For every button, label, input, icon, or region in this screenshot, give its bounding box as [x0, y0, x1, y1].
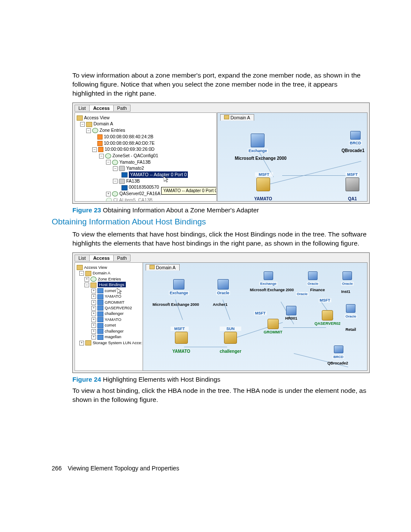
page-number: 266: [52, 465, 62, 472]
expand-icon[interactable]: –: [80, 122, 85, 127]
topo-node-brcd[interactable]: BRCD: [349, 131, 362, 145]
topology-tab-domain[interactable]: Domain A: [146, 264, 180, 271]
tree-partial: CLAI item5_CA13B: [113, 197, 153, 202]
topo-node-yamato[interactable]: MSFT YAMATO: [254, 177, 272, 201]
tab-path[interactable]: Path: [113, 255, 131, 261]
topo-node-exchange-left[interactable]: Exchange: [169, 279, 189, 295]
expand-icon[interactable]: –: [84, 283, 89, 287]
zone-icon: [112, 191, 118, 196]
tree-host-label: GROMMIT: [105, 300, 125, 305]
expand-icon[interactable]: +: [79, 341, 84, 345]
tree-wwn2[interactable]: 10:00:08:00:88:A0:D0:7E: [104, 140, 155, 146]
tab-access[interactable]: Access: [89, 105, 114, 112]
tab-access[interactable]: Access: [89, 255, 114, 261]
topo-node-oracle-left[interactable]: Oracle: [216, 279, 230, 295]
figure-24-screenshot: List Access Path Access View –Domain A +…: [72, 252, 370, 373]
tree-zoneset[interactable]: ZoneSet - QAConfig01: [112, 153, 158, 158]
tree-fa13b[interactable]: FA13B: [126, 178, 140, 184]
tree-panel[interactable]: Access View –Domain A +Zone Entries –Hos…: [75, 262, 143, 371]
expand-icon[interactable]: +: [91, 311, 96, 316]
expand-icon[interactable]: –: [92, 147, 97, 152]
tree-zone-entries[interactable]: Zone Entries: [100, 128, 125, 133]
topo-node-yamato[interactable]: MSFT YAMATO: [172, 332, 190, 354]
access-view-icon: [77, 265, 83, 270]
tree-storage-access[interactable]: Storage System LUN Acce:: [93, 340, 142, 345]
expand-icon[interactable]: +: [91, 329, 96, 334]
tree-zone-yamato[interactable]: Yamato_FA13B: [119, 159, 151, 165]
zone-icon: [106, 198, 112, 202]
tree-host-item[interactable]: +YAMATO: [77, 317, 141, 322]
expand-icon[interactable]: +: [91, 300, 96, 305]
topology-tab-domain[interactable]: Domain A: [220, 114, 254, 121]
tree-host-item[interactable]: +YAMATO: [77, 293, 141, 299]
topo-node-oracle-retail[interactable]: Oracle: [345, 304, 357, 318]
topo-node-exchange[interactable]: Exchange: [248, 134, 268, 153]
switch-icon: [175, 332, 188, 344]
tree-access-view: Access View: [84, 265, 107, 270]
tree-qaserver[interactable]: QAServer02_FA16A: [119, 191, 160, 196]
expand-icon[interactable]: –: [113, 179, 118, 184]
expand-icon[interactable]: –: [79, 271, 84, 276]
tree-host-label: challenger: [105, 329, 124, 333]
topo-node-brcd[interactable]: BRCD: [333, 345, 344, 359]
tree-selected-adapter[interactable]: YAMATO -- Adapter 0 Port 0: [129, 171, 188, 178]
tree-host-label: magellan: [105, 334, 121, 339]
tree-zone-entries[interactable]: Zone Entries: [98, 277, 121, 281]
tab-path[interactable]: Path: [113, 105, 131, 112]
tree-host-item[interactable]: +QASERVER02: [77, 305, 141, 311]
topo-node-oracle-mid[interactable]: Oracle: [307, 271, 319, 286]
topo-node-hr001[interactable]: HR001: [285, 306, 297, 320]
tree-host-item[interactable]: +challenger: [77, 311, 141, 316]
tree-domain[interactable]: Domain A: [93, 121, 113, 126]
page-footer: 266 Viewing Element Topology and Propert…: [52, 465, 179, 472]
tab-list[interactable]: List: [75, 105, 90, 112]
tree-domain[interactable]: Domain A: [93, 271, 110, 275]
topo-node-exchange-mid[interactable]: Exchange: [259, 271, 277, 286]
expand-icon[interactable]: +: [91, 317, 96, 322]
tree-panel[interactable]: Access View –Domain A –Zone Entries 10:0…: [75, 112, 217, 202]
expand-icon[interactable]: +: [91, 323, 96, 328]
expand-icon[interactable]: +: [91, 335, 96, 339]
tab-list[interactable]: List: [75, 255, 90, 261]
expand-icon[interactable]: +: [91, 294, 96, 299]
tree-host-item[interactable]: +challenger: [77, 328, 141, 334]
expand-icon[interactable]: +: [84, 277, 89, 282]
expand-icon[interactable]: –: [99, 154, 104, 159]
host-icon: [97, 294, 103, 299]
expand-icon[interactable]: +: [91, 289, 96, 293]
tree-host-item[interactable]: +magellan: [77, 334, 141, 339]
topology-panel[interactable]: Domain A Exchange Oracle Exchange: [143, 262, 367, 371]
tree-wwn1[interactable]: 10:00:08:00:88:40:24:2B: [104, 134, 153, 139]
tree-host-label: challenger: [105, 311, 124, 316]
topology-panel[interactable]: Domain A Exchange Microsoft Exchange 200…: [217, 112, 367, 202]
topo-label-msexchange-2: Microsoft Exchange 2000: [250, 288, 294, 292]
expand-icon[interactable]: +: [106, 192, 111, 196]
topo-node-qa1[interactable]: MSFT QA1: [346, 177, 359, 201]
expand-icon[interactable]: +: [91, 306, 96, 311]
tree-wwn3[interactable]: 10:00:00:60:69:30:26:0D: [105, 146, 155, 152]
adapter-icon: [119, 166, 125, 171]
tree-yamato2[interactable]: Yamato2: [126, 165, 144, 171]
expand-icon[interactable]: –: [113, 166, 118, 171]
topo-node-qaserver02[interactable]: QASERVER02: [314, 310, 340, 326]
port-icon: [97, 134, 103, 140]
switch-icon: [268, 319, 279, 329]
host-icon: [286, 306, 296, 315]
expand-icon[interactable]: –: [86, 128, 91, 133]
topo-node-challenger[interactable]: SUN challenger: [220, 332, 241, 354]
tree-host-item[interactable]: +comet: [77, 288, 141, 293]
topo-node-oracle-right[interactable]: Oracle: [341, 271, 354, 286]
tree-host-bindings[interactable]: Host Bindings: [98, 282, 126, 287]
storage-icon: [85, 340, 91, 345]
topo-label-qbrocade2: QBrocade2: [327, 361, 348, 365]
tree-host-item[interactable]: +comet: [77, 322, 141, 328]
host-icon: [218, 279, 229, 289]
footer-title: Viewing Element Topology and Properties: [68, 465, 179, 472]
host-icon: [173, 279, 184, 289]
topo-label-archer1: Archer1: [213, 302, 227, 307]
expand-icon[interactable]: –: [106, 160, 111, 165]
tree-host-item[interactable]: +GROMMIT: [77, 299, 141, 305]
tree-fa13b-child[interactable]: 000183500570: [129, 184, 159, 190]
topo-node-grommit[interactable]: GROMMIT: [264, 319, 283, 334]
zoneset-icon: [105, 153, 111, 159]
